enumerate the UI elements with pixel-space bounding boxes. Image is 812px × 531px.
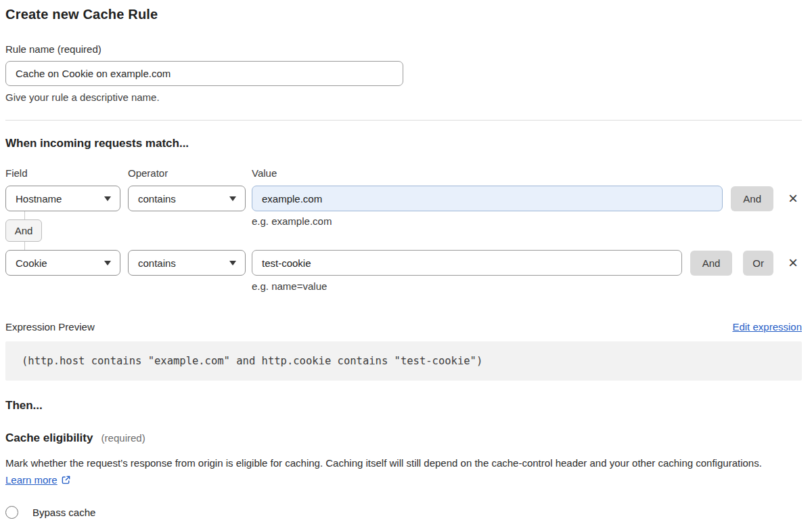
condition-column-labels: Field Operator Value [5, 167, 802, 179]
value-hint-2: e.g. name=value [252, 280, 802, 292]
value-input-1[interactable] [252, 186, 723, 211]
learn-more-link[interactable]: Learn more [5, 474, 58, 486]
chevron-down-icon [104, 261, 111, 266]
remove-condition-icon-1[interactable]: × [784, 190, 802, 207]
field-select-2-value: Cookie [16, 257, 47, 269]
cache-eligibility-heading: Cache eligibility (required) [5, 431, 802, 445]
value-hint-1: e.g. example.com [252, 215, 332, 227]
add-or-condition-button-2[interactable]: Or [743, 251, 773, 276]
operator-select-2-value: contains [138, 257, 176, 269]
match-heading: When incoming requests match... [5, 137, 802, 150]
connector-and-chip[interactable]: And [5, 219, 42, 242]
expression-preview-header: Expression Preview Edit expression [5, 321, 802, 333]
then-heading: Then... [5, 399, 802, 412]
radio-label: Bypass cache [32, 507, 95, 518]
add-and-condition-button-1[interactable]: And [731, 186, 773, 211]
condition-row-1: Hostname contains And × [5, 186, 802, 211]
field-column-label: Field [5, 167, 120, 179]
condition-row-2: Cookie contains And Or × [5, 250, 802, 276]
operator-select-1-value: contains [138, 193, 176, 205]
page-title: Create new Cache Rule [5, 7, 802, 22]
value-input-2[interactable] [252, 250, 682, 276]
edit-expression-link[interactable]: Edit expression [732, 321, 802, 333]
rule-name-label: Rule name (required) [5, 43, 802, 55]
description-text: Mark whether the request’s response from… [5, 457, 762, 469]
operator-column-label: Operator [128, 167, 246, 179]
condition-connector-area: And e.g. example.com [5, 211, 802, 250]
field-select-1-value: Hostname [16, 193, 62, 205]
radio-option-bypass-cache[interactable]: Bypass cache [5, 506, 802, 519]
rule-name-input[interactable] [5, 61, 403, 86]
chevron-down-icon [229, 261, 236, 266]
cache-eligibility-options: Bypass cache Eligible for cache [5, 506, 802, 531]
cache-eligibility-description: Mark whether the request’s response from… [5, 454, 790, 490]
value-column-label: Value [252, 167, 802, 179]
expression-code-block: (http.host contains "example.com" and ht… [5, 341, 802, 381]
required-note: (required) [102, 432, 145, 444]
field-select-2[interactable]: Cookie [5, 250, 120, 276]
expression-preview-label: Expression Preview [5, 321, 95, 333]
field-select-1[interactable]: Hostname [5, 186, 120, 211]
external-link-icon [61, 473, 71, 490]
remove-condition-icon-2[interactable]: × [784, 255, 802, 271]
section-divider [5, 120, 802, 121]
chevron-down-icon [229, 196, 236, 201]
create-cache-rule-form: Create new Cache Rule Rule name (require… [0, 0, 812, 531]
add-and-condition-button-2[interactable]: And [690, 251, 733, 276]
chevron-down-icon [104, 196, 111, 201]
radio-icon[interactable] [5, 506, 18, 519]
operator-select-1[interactable]: contains [128, 186, 246, 211]
operator-select-2[interactable]: contains [128, 250, 246, 276]
rule-name-helper: Give your rule a descriptive name. [5, 91, 802, 103]
cache-eligibility-title: Cache eligibility [5, 431, 93, 444]
